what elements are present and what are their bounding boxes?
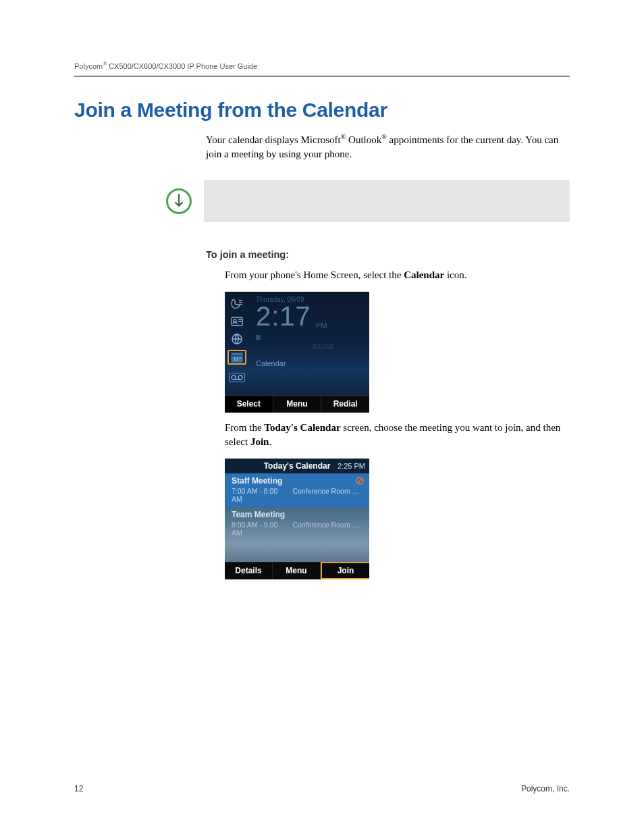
svg-point-4 <box>232 375 236 380</box>
intro-paragraph: Your calendar displays Microsoft® Outloo… <box>206 132 570 161</box>
meeting-item-selected[interactable]: Staff Meeting 7:00 AM - 8:00 AM Conferen… <box>225 473 369 507</box>
header-brand: Polycom <box>74 62 103 70</box>
home-icon-column <box>227 293 246 382</box>
voicemail-icon[interactable] <box>229 373 245 382</box>
call-log-icon[interactable] <box>229 297 245 311</box>
softkey-details[interactable]: Details <box>225 562 273 579</box>
globe-icon[interactable] <box>229 332 245 346</box>
page-footer: 12 Polycom, Inc. <box>74 784 570 793</box>
footer-org: Polycom, Inc. <box>521 784 570 793</box>
meeting-time: 7:00 AM - 8:00 AM <box>232 487 287 503</box>
softkey-select[interactable]: Select <box>225 395 273 413</box>
figure-home-screen: Thursday, 09/09 2:17 PM 832/50 Calendar … <box>225 292 570 413</box>
tip-icon <box>166 188 192 214</box>
softkey-join[interactable]: Join <box>321 562 369 579</box>
meeting-time: 8:00 AM - 9:00 AM <box>232 521 287 537</box>
calendar-icon[interactable] <box>227 350 246 365</box>
home-small-text: 832/50 <box>313 343 333 350</box>
meeting-title: Staff Meeting <box>232 476 363 486</box>
home-time: 2:17 <box>256 301 311 332</box>
procedure-heading: To join a meeting: <box>206 249 570 260</box>
home-ampm: PM <box>316 321 327 330</box>
calendar-header: Today's Calendar 2:25 PM <box>225 459 369 473</box>
meeting-room: Conference Room 35... <box>292 521 363 537</box>
page-number: 12 <box>74 784 83 793</box>
tip-callout-row <box>166 180 570 222</box>
meeting-title: Team Meeting <box>232 510 363 519</box>
tip-box <box>204 180 570 222</box>
presence-square <box>256 335 261 340</box>
softkey-menu[interactable]: Menu <box>273 395 322 413</box>
svg-point-5 <box>238 375 242 380</box>
calendar-header-time: 2:25 PM <box>338 462 365 470</box>
softkey-menu[interactable]: Menu <box>273 562 321 579</box>
step-2: From the Today's Calendar screen, choose… <box>225 421 570 449</box>
calendar-label: Calendar <box>256 359 286 367</box>
decline-icon <box>356 477 364 485</box>
step-1: From your phone's Home Screen, select th… <box>225 268 570 282</box>
section-heading: Join a Meeting from the Calendar <box>74 99 570 122</box>
softkey-redial[interactable]: Redial <box>321 395 369 413</box>
header-rest: CX500/CX600/CX3000 IP Phone User Guide <box>107 62 257 70</box>
meeting-room: Conference Room 50... <box>292 487 363 503</box>
running-header: Polycom® CX500/CX600/CX3000 IP Phone Use… <box>74 61 570 77</box>
contacts-icon[interactable] <box>229 315 245 328</box>
figure-todays-calendar: Today's Calendar 2:25 PM Staff Meeting 7… <box>225 459 570 579</box>
calendar-softkey-row: Details Menu Join <box>225 562 369 579</box>
home-softkey-row: Select Menu Redial <box>225 395 369 413</box>
calendar-header-title: Today's Calendar <box>264 461 331 471</box>
meeting-item[interactable]: Team Meeting 8:00 AM - 9:00 AM Conferenc… <box>225 507 369 541</box>
